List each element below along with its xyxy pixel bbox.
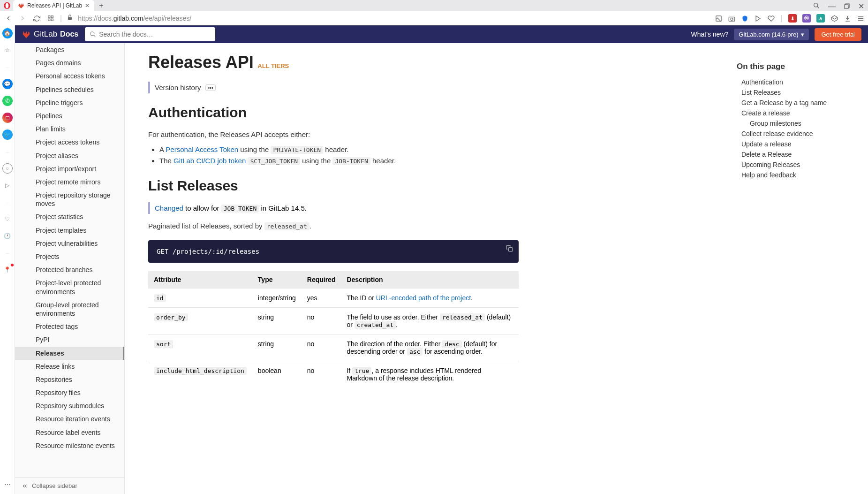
svg-marker-13 [756,15,760,21]
snapshot-icon[interactable] [715,15,723,22]
svg-rect-7 [48,19,50,21]
download-icon[interactable] [844,15,851,22]
svg-point-12 [731,18,733,20]
svg-rect-5 [48,16,50,18]
svg-rect-8 [51,19,53,21]
svg-point-4 [6,3,9,8]
new-tab-button[interactable]: + [96,1,106,10]
send-icon[interactable] [755,15,762,22]
speed-dial-icon[interactable] [46,15,55,22]
tab-close-icon[interactable]: ✕ [85,2,90,9]
reload-button[interactable] [32,15,41,22]
browser-chrome: — ✕ Releases API | GitLab ✕ + | https://… [0,0,868,25]
tab-title: Releases API | GitLab [27,2,82,9]
svg-point-0 [814,3,818,7]
forward-button[interactable] [18,15,27,22]
opera-logo-icon[interactable] [3,1,11,10]
cube-icon[interactable] [830,15,838,22]
svg-line-1 [817,6,819,8]
svg-rect-9 [68,17,72,20]
extension-badge-teal[interactable]: a [816,14,825,23]
lock-icon[interactable] [67,14,73,23]
extension-badge-purple[interactable]: ⓦ [802,14,811,23]
url-bar[interactable]: https://docs.gitlab.com/ee/api/releases/ [78,15,191,22]
maximize-icon[interactable] [844,2,850,11]
svg-rect-6 [51,16,53,18]
search-icon[interactable] [813,2,820,11]
back-button[interactable] [4,15,13,22]
extension-badge-red[interactable]: ⬇ [788,14,797,23]
heart-icon[interactable] [768,15,775,22]
browser-tab[interactable]: Releases API | GitLab ✕ [13,0,94,11]
svg-rect-2 [845,5,848,8]
menu-icon[interactable] [857,15,864,22]
camera-icon[interactable] [728,15,736,22]
minimize-icon[interactable]: — [828,2,836,11]
shield-icon[interactable] [741,15,749,22]
gitlab-favicon-icon [18,2,24,9]
close-icon[interactable]: ✕ [858,2,864,11]
